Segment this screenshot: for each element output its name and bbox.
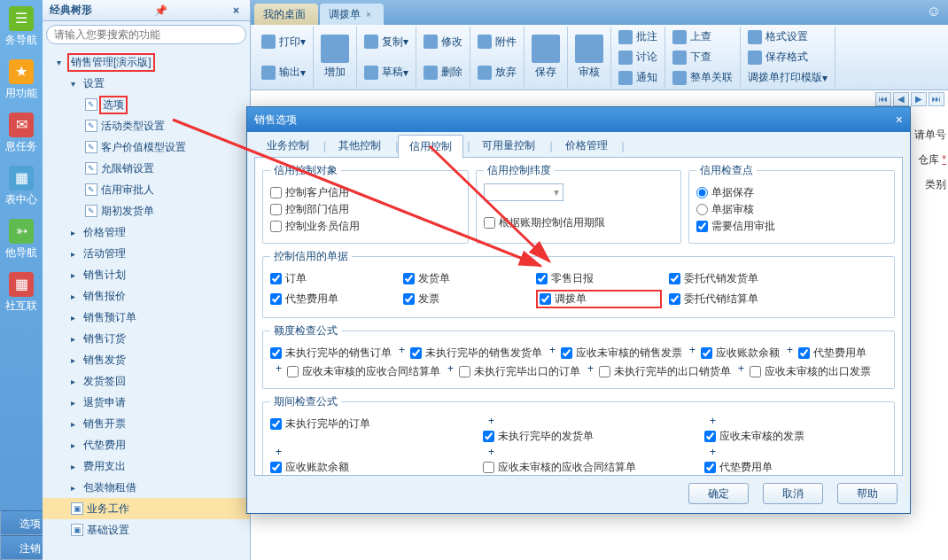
- tree-group[interactable]: ▸销售计划: [43, 264, 250, 285]
- add-button[interactable]: 增加: [317, 33, 353, 82]
- nav-item[interactable]: ▦社互联: [0, 266, 43, 319]
- chk-q-f[interactable]: 应收未审核的应收合同结算单: [287, 364, 440, 379]
- savefmt-button[interactable]: 保存格式: [744, 48, 831, 66]
- close-icon[interactable]: ×: [229, 4, 243, 17]
- tree-settings[interactable]: ▾设置: [43, 73, 250, 94]
- chk-q-h[interactable]: 未执行完毕的出口销货单: [599, 364, 731, 379]
- smiley-icon[interactable]: ☺: [927, 4, 941, 19]
- close-icon[interactable]: ×: [896, 113, 903, 127]
- tree-group[interactable]: ▸价格管理: [43, 222, 250, 243]
- search-input[interactable]: [46, 25, 246, 44]
- tree-item[interactable]: ✎信用审批人: [43, 179, 250, 200]
- tree-group[interactable]: ▸发货签回: [43, 370, 250, 392]
- chk-invoice[interactable]: 发票: [403, 290, 529, 308]
- dtab-biz[interactable]: 业务控制: [256, 135, 320, 157]
- tree-group[interactable]: ▸销售报价: [43, 285, 250, 307]
- notify-button[interactable]: 通知: [615, 68, 661, 87]
- tree-group[interactable]: ▸代垫费用: [43, 434, 250, 455]
- print-button[interactable]: 打印 ▾: [258, 33, 309, 51]
- tab-desktop[interactable]: 我的桌面: [254, 4, 318, 25]
- tree-item[interactable]: ✎允限销设置: [43, 158, 250, 179]
- help-button[interactable]: 帮助: [837, 483, 897, 504]
- dim-dropdown[interactable]: ▾: [484, 183, 563, 201]
- dtab-other[interactable]: 其他控制: [328, 135, 392, 157]
- discuss-button[interactable]: 讨论: [615, 48, 661, 66]
- chk-q-e[interactable]: 代垫费用单: [798, 346, 866, 361]
- chk-consign[interactable]: 委托代销发货单: [669, 271, 880, 286]
- cancel-button[interactable]: 取消: [763, 483, 823, 504]
- chk-p-c[interactable]: 应收未审核的发票: [704, 429, 885, 444]
- tree-group[interactable]: ▸包装物租借: [43, 477, 250, 498]
- chk-q-d[interactable]: 应收账款余额: [701, 346, 780, 361]
- abandon-button[interactable]: 放弃: [474, 63, 520, 82]
- copy-button[interactable]: 复制 ▾: [361, 33, 412, 51]
- dtab-price[interactable]: 价格管理: [555, 135, 618, 157]
- tree-group[interactable]: ▸销售预订单: [43, 307, 250, 328]
- tree-group[interactable]: ▸销售开票: [43, 413, 250, 434]
- rel-button[interactable]: 整单关联: [669, 68, 736, 87]
- nav-item[interactable]: ✉息任务: [0, 106, 43, 159]
- attach-button[interactable]: 附件: [474, 33, 520, 51]
- tree-group[interactable]: ▸销售订货: [43, 328, 250, 349]
- chk-p-d[interactable]: 应收账款余额: [270, 460, 481, 475]
- tree-biz[interactable]: ▣业务工作: [43, 498, 250, 519]
- tree-group[interactable]: ▸退货申请: [43, 392, 250, 413]
- chk-p-e[interactable]: 应收未审核的应收合同结算单: [483, 460, 703, 475]
- last-icon[interactable]: ⏭: [929, 92, 944, 106]
- tab-transfer[interactable]: 调拨单×: [320, 4, 384, 25]
- chk-emp-credit[interactable]: 控制业务员信用: [270, 219, 454, 234]
- tree-group[interactable]: ▸费用支出: [43, 455, 250, 477]
- chk-period[interactable]: 根据账期控制信用期限: [484, 215, 667, 230]
- dialog-title-bar[interactable]: 销售选项 ×: [247, 107, 910, 132]
- upq-button[interactable]: 上查: [669, 27, 736, 46]
- dtab-avail[interactable]: 可用量控制: [471, 135, 546, 157]
- modify-button[interactable]: 修改: [420, 33, 466, 51]
- chk-q-a[interactable]: 未执行完毕的销售订单: [270, 346, 392, 361]
- chk-advance[interactable]: 代垫费用单: [270, 290, 396, 308]
- tree-item[interactable]: ✎期初发货单: [43, 200, 250, 222]
- nav-item[interactable]: ➳他导航: [0, 213, 43, 266]
- ok-button[interactable]: 确定: [688, 483, 749, 504]
- chk-transfer[interactable]: 调拨单: [536, 290, 662, 308]
- chk-p-a[interactable]: 未执行完毕的订单: [270, 416, 481, 432]
- prev-icon[interactable]: ◀: [893, 92, 909, 106]
- chk-q-c[interactable]: 应收未审核的销售发票: [561, 346, 682, 361]
- batch-button[interactable]: 批注: [615, 27, 661, 46]
- next-icon[interactable]: ▶: [911, 92, 927, 106]
- tree-item[interactable]: ✎客户价值模型设置: [43, 136, 250, 158]
- fmt-button[interactable]: 格式设置: [744, 27, 831, 46]
- chk-order[interactable]: 订单: [270, 271, 396, 286]
- pin-icon[interactable]: 📌: [151, 4, 171, 17]
- rad-audit[interactable]: 单据审核: [696, 202, 880, 217]
- tree-base[interactable]: ▣基础设置: [43, 519, 250, 541]
- delete-button[interactable]: 删除: [420, 63, 466, 82]
- chk-retail[interactable]: 零售日报: [536, 271, 662, 286]
- first-icon[interactable]: ⏮: [875, 92, 891, 106]
- nav-item[interactable]: ▦表中心: [0, 159, 43, 213]
- tree-root[interactable]: ▾销售管理[演示版]: [43, 51, 250, 73]
- nav-item[interactable]: ★用功能: [0, 53, 43, 106]
- tree-group[interactable]: ▸销售发货: [43, 349, 250, 370]
- draft-button[interactable]: 草稿 ▾: [361, 63, 412, 82]
- chk-q-g[interactable]: 未执行完毕出口的订单: [459, 364, 580, 379]
- chk-dept-credit[interactable]: 控制部门信用: [270, 202, 454, 217]
- tpl-button[interactable]: 调拨单打印模版 ▾: [744, 68, 831, 87]
- dtab-credit[interactable]: 信用控制: [398, 135, 463, 159]
- tree-item[interactable]: ✎活动类型设置: [43, 115, 250, 136]
- tree-option[interactable]: ✎选项: [43, 94, 250, 115]
- chk-cust-credit[interactable]: 控制客户信用: [270, 185, 454, 200]
- output-button[interactable]: 输出 ▾: [258, 63, 309, 82]
- save-button[interactable]: 保存: [528, 33, 563, 82]
- tree-group[interactable]: ▸活动管理: [43, 243, 250, 264]
- rad-save[interactable]: 单据保存: [696, 185, 880, 200]
- chk-p-b[interactable]: 未执行完毕的发货单: [483, 429, 703, 444]
- audit-button[interactable]: 审核: [571, 33, 607, 82]
- chk-q-i[interactable]: 应收未审核的出口发票: [750, 364, 871, 379]
- close-icon[interactable]: ×: [366, 10, 371, 19]
- chk-delivery[interactable]: 发货单: [403, 271, 529, 286]
- chk-consign-settle[interactable]: 委托代销结算单: [669, 290, 880, 308]
- downq-button[interactable]: 下查: [669, 48, 736, 66]
- chk-q-b[interactable]: 未执行完毕的销售发货单: [410, 346, 542, 361]
- chk-need-approve[interactable]: 需要信用审批: [696, 219, 880, 234]
- nav-item[interactable]: ☰务导航: [0, 0, 43, 53]
